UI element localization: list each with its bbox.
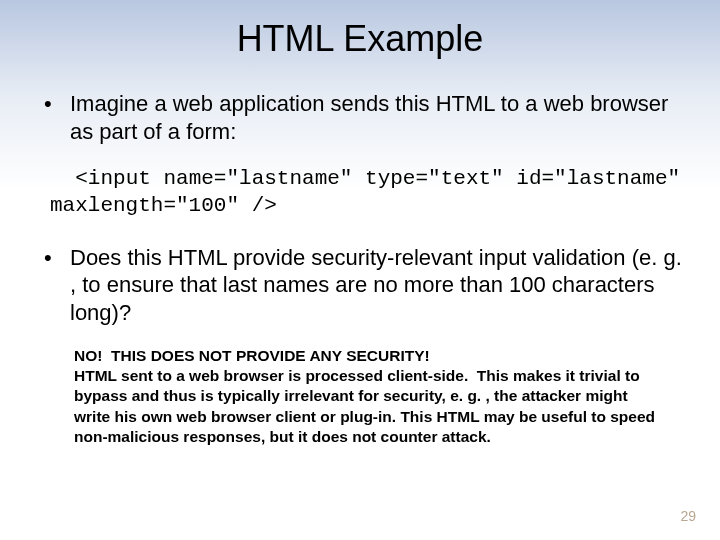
slide-body-2: Does this HTML provide security-relevant… (30, 244, 690, 327)
slide-title: HTML Example (30, 18, 690, 60)
answer-text: NO! THIS DOES NOT PROVIDE ANY SECURITY! … (74, 346, 690, 447)
page-number: 29 (680, 508, 696, 524)
bullet-question: Does this HTML provide security-relevant… (30, 244, 690, 327)
code-snippet: <input name="lastname" type="text" id="l… (50, 165, 690, 220)
bullet-intro: Imagine a web application sends this HTM… (30, 90, 690, 145)
slide: HTML Example Imagine a web application s… (0, 0, 720, 540)
slide-body: Imagine a web application sends this HTM… (30, 90, 690, 145)
